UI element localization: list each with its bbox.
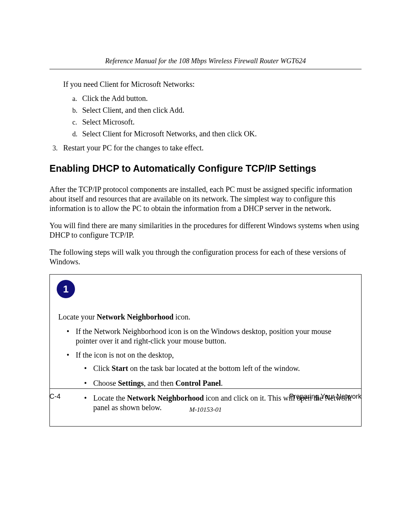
list-item: Choose Settings, and then Control Panel. bbox=[84, 379, 353, 388]
list-marker: b. bbox=[72, 107, 82, 115]
list-item: b.Select Client, and then click Add. bbox=[72, 106, 362, 115]
lettered-sublist: a.Click the Add button. b.Select Client,… bbox=[72, 94, 362, 138]
step-lead-text: Locate your Network Neighborhood icon. bbox=[58, 313, 353, 321]
footer-rule bbox=[49, 388, 362, 389]
footer-row: C-4 Preparing Your Network bbox=[49, 393, 362, 401]
page-content: Reference Manual for the 108 Mbps Wirele… bbox=[0, 0, 411, 427]
intro-lead-text: If you need Client for Microsoft Network… bbox=[63, 80, 362, 89]
page-footer: C-4 Preparing Your Network M-10153-01 bbox=[49, 388, 362, 414]
text-run: Locate your bbox=[58, 313, 97, 321]
list-marker: c. bbox=[72, 118, 82, 126]
text-run: Choose bbox=[93, 379, 118, 387]
list-item: Click Start on the task bar located at t… bbox=[84, 364, 353, 373]
running-header: Reference Manual for the 108 Mbps Wirele… bbox=[49, 57, 362, 65]
step-badge-container: 1 bbox=[50, 275, 361, 313]
text-run: . bbox=[221, 379, 223, 387]
step-number-badge: 1 bbox=[57, 280, 75, 298]
list-marker: d. bbox=[72, 130, 82, 138]
text-run: Click bbox=[93, 364, 112, 372]
list-text: Restart your PC for the changes to take … bbox=[63, 144, 204, 152]
list-text: Select Client, and then click Add. bbox=[82, 106, 184, 114]
bold-text: Control Panel bbox=[175, 379, 221, 387]
page-number: C-4 bbox=[49, 393, 61, 401]
footer-section-name: Preparing Your Network bbox=[289, 393, 362, 401]
list-text: If the Network Neighborhood icon is on t… bbox=[76, 327, 331, 345]
section-heading: Enabling DHCP to Automatically Configure… bbox=[49, 163, 362, 174]
list-marker: a. bbox=[72, 95, 82, 103]
list-item: a.Click the Add button. bbox=[72, 94, 362, 103]
text-run: , and then bbox=[144, 379, 175, 387]
list-marker: 3. bbox=[53, 144, 63, 152]
body-paragraph: You will find there are many similaritie… bbox=[49, 221, 362, 240]
body-paragraph: After the TCP/IP protocol components are… bbox=[49, 185, 362, 213]
bold-text: Settings bbox=[118, 379, 144, 387]
list-text: Select Client for Microsoft Networks, an… bbox=[82, 129, 257, 138]
header-rule bbox=[49, 69, 362, 69]
list-text: Select Microsoft. bbox=[82, 118, 135, 126]
list-item: If the Network Neighborhood icon is on t… bbox=[67, 327, 353, 346]
document-code: M-10153-01 bbox=[49, 406, 362, 414]
list-item: d.Select Client for Microsoft Networks, … bbox=[72, 129, 362, 138]
text-run: on the task bar located at the bottom le… bbox=[128, 364, 300, 372]
list-text: If the icon is not on the desktop, bbox=[76, 351, 174, 359]
list-text: Click the Add button. bbox=[82, 94, 148, 102]
list-item: 3.Restart your PC for the changes to tak… bbox=[49, 144, 362, 152]
list-item: c.Select Microsoft. bbox=[72, 118, 362, 126]
body-paragraph: The following steps will walk you throug… bbox=[49, 248, 362, 267]
bold-text: Network Neighborhood bbox=[97, 313, 174, 321]
bold-text: Start bbox=[112, 364, 128, 372]
numbered-list: 3.Restart your PC for the changes to tak… bbox=[49, 144, 362, 152]
text-run: icon. bbox=[174, 313, 190, 321]
